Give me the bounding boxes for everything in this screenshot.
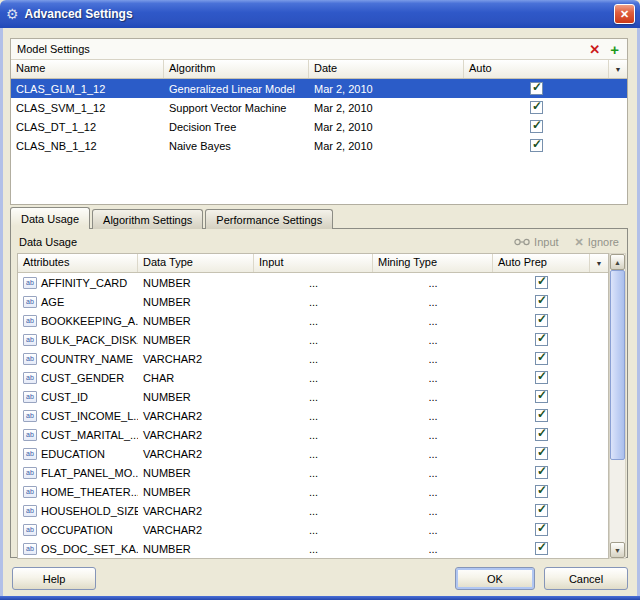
auto-prep-checkbox[interactable] <box>535 333 548 346</box>
model-row[interactable]: CLAS_GLM_1_12 Generalized Linear Model M… <box>11 79 627 98</box>
input-cell[interactable]: ... <box>254 524 373 536</box>
model-row[interactable]: CLAS_DT_1_12 Decision Tree Mar 2, 2010 <box>11 117 627 136</box>
auto-prep-checkbox[interactable] <box>535 466 548 479</box>
attribute-row[interactable]: EDUCATION VARCHAR2 ... ... <box>18 444 608 463</box>
mining-type-cell[interactable]: ... <box>373 505 493 517</box>
model-row[interactable]: CLAS_SVM_1_12 Support Vector Machine Mar… <box>11 98 627 117</box>
auto-checkbox[interactable] <box>530 120 543 133</box>
mining-type-cell[interactable]: ... <box>373 334 493 346</box>
column-header-auto-prep[interactable]: Auto Prep <box>493 254 590 272</box>
ok-button[interactable]: OK <box>455 567 535 590</box>
mining-type-cell[interactable]: ... <box>373 296 493 308</box>
tab-performance-settings[interactable]: Performance Settings <box>205 209 333 229</box>
column-header-algorithm[interactable]: Algorithm <box>164 60 309 78</box>
scroll-up-button[interactable]: ▲ <box>610 254 625 270</box>
auto-checkbox[interactable] <box>530 139 543 152</box>
add-model-icon[interactable]: + <box>610 42 619 57</box>
column-header-input[interactable]: Input <box>254 254 373 272</box>
attribute-row[interactable]: HOME_THEATER... NUMBER ... ... <box>18 482 608 501</box>
auto-prep-checkbox[interactable] <box>535 371 548 384</box>
mining-type-cell[interactable]: ... <box>373 524 493 536</box>
scroll-down-button[interactable]: ▼ <box>610 542 625 558</box>
auto-prep-checkbox[interactable] <box>535 390 548 403</box>
attribute-row[interactable]: COUNTRY_NAME VARCHAR2 ... ... <box>18 349 608 368</box>
auto-prep-cell <box>493 485 590 498</box>
mining-type-cell[interactable]: ... <box>373 315 493 327</box>
attribute-row[interactable]: BOOKKEEPING_A... NUMBER ... ... <box>18 311 608 330</box>
attribute-row[interactable]: AFFINITY_CARD NUMBER ... ... <box>18 273 608 292</box>
attribute-name-cell: BOOKKEEPING_A... <box>18 315 138 327</box>
auto-prep-cell <box>493 504 590 517</box>
input-cell[interactable]: ... <box>254 410 373 422</box>
attribute-row[interactable]: CUST_MARITAL_... VARCHAR2 ... ... <box>18 425 608 444</box>
attribute-name-label: CUST_GENDER <box>41 372 124 384</box>
column-header-auto[interactable]: Auto <box>464 60 609 78</box>
auto-prep-checkbox[interactable] <box>535 504 548 517</box>
close-button[interactable]: ✕ <box>614 4 635 24</box>
input-cell[interactable]: ... <box>254 448 373 460</box>
attribute-row[interactable]: HOUSEHOLD_SIZE VARCHAR2 ... ... <box>18 501 608 520</box>
mining-type-cell[interactable]: ... <box>373 448 493 460</box>
auto-prep-checkbox[interactable] <box>535 295 548 308</box>
column-header-mining-type[interactable]: Mining Type <box>373 254 493 272</box>
mining-type-cell[interactable]: ... <box>373 410 493 422</box>
model-column-chooser-button[interactable]: ▼ <box>609 60 627 78</box>
auto-checkbox[interactable] <box>530 82 543 95</box>
attributes-column-chooser-button[interactable]: ▼ <box>590 254 608 272</box>
help-button[interactable]: Help <box>12 567 96 590</box>
attribute-row[interactable]: CUST_ID NUMBER ... ... <box>18 387 608 406</box>
mining-type-cell[interactable]: ... <box>373 543 493 555</box>
mining-type-cell[interactable]: ... <box>373 372 493 384</box>
attribute-row[interactable]: CUST_INCOME_L... VARCHAR2 ... ... <box>18 406 608 425</box>
input-cell[interactable]: ... <box>254 543 373 555</box>
input-cell[interactable]: ... <box>254 486 373 498</box>
input-cell[interactable]: ... <box>254 429 373 441</box>
attribute-row[interactable]: AGE NUMBER ... ... <box>18 292 608 311</box>
attribute-row[interactable]: OS_DOC_SET_KA... NUMBER ... ... <box>18 539 608 558</box>
input-cell[interactable]: ... <box>254 467 373 479</box>
auto-checkbox[interactable] <box>530 101 543 114</box>
input-cell[interactable]: ... <box>254 277 373 289</box>
column-header-date[interactable]: Date <box>309 60 464 78</box>
mining-type-cell[interactable]: ... <box>373 467 493 479</box>
input-cell[interactable]: ... <box>254 391 373 403</box>
input-button[interactable]: Input <box>514 236 558 248</box>
input-cell[interactable]: ... <box>254 505 373 517</box>
auto-prep-checkbox[interactable] <box>535 428 548 441</box>
input-cell[interactable]: ... <box>254 315 373 327</box>
input-cell[interactable]: ... <box>254 353 373 365</box>
scrollbar-thumb[interactable] <box>610 270 625 460</box>
mining-type-cell[interactable]: ... <box>373 277 493 289</box>
mining-type-cell[interactable]: ... <box>373 391 493 403</box>
tab-data-usage[interactable]: Data Usage <box>10 207 90 229</box>
model-name-cell: CLAS_GLM_1_12 <box>11 83 164 95</box>
input-cell[interactable]: ... <box>254 296 373 308</box>
vertical-scrollbar[interactable]: ▲ ▼ <box>609 253 626 559</box>
attribute-row[interactable]: BULK_PACK_DISK... NUMBER ... ... <box>18 330 608 349</box>
delete-model-icon[interactable]: ✕ <box>589 43 600 56</box>
mining-type-cell[interactable]: ... <box>373 486 493 498</box>
column-header-name[interactable]: Name <box>11 60 164 78</box>
attribute-row[interactable]: FLAT_PANEL_MO... NUMBER ... ... <box>18 463 608 482</box>
auto-prep-checkbox[interactable] <box>535 409 548 422</box>
auto-prep-checkbox[interactable] <box>535 352 548 365</box>
column-header-attributes[interactable]: Attributes <box>18 254 138 272</box>
attribute-row[interactable]: OCCUPATION VARCHAR2 ... ... <box>18 520 608 539</box>
auto-prep-checkbox[interactable] <box>535 276 548 289</box>
input-cell[interactable]: ... <box>254 372 373 384</box>
titlebar[interactable]: ⚙ Advanced Settings ✕ <box>0 0 640 28</box>
cancel-button[interactable]: Cancel <box>544 567 628 590</box>
auto-prep-checkbox[interactable] <box>535 542 548 555</box>
model-row[interactable]: CLAS_NB_1_12 Naive Bayes Mar 2, 2010 <box>11 136 627 155</box>
auto-prep-checkbox[interactable] <box>535 314 548 327</box>
auto-prep-checkbox[interactable] <box>535 523 548 536</box>
mining-type-cell[interactable]: ... <box>373 353 493 365</box>
auto-prep-checkbox[interactable] <box>535 447 548 460</box>
attribute-row[interactable]: CUST_GENDER CHAR ... ... <box>18 368 608 387</box>
auto-prep-checkbox[interactable] <box>535 485 548 498</box>
ignore-button[interactable]: ✕ Ignore <box>575 236 619 248</box>
column-header-data-type[interactable]: Data Type <box>138 254 254 272</box>
tab-algorithm-settings[interactable]: Algorithm Settings <box>92 209 203 229</box>
input-cell[interactable]: ... <box>254 334 373 346</box>
mining-type-cell[interactable]: ... <box>373 429 493 441</box>
